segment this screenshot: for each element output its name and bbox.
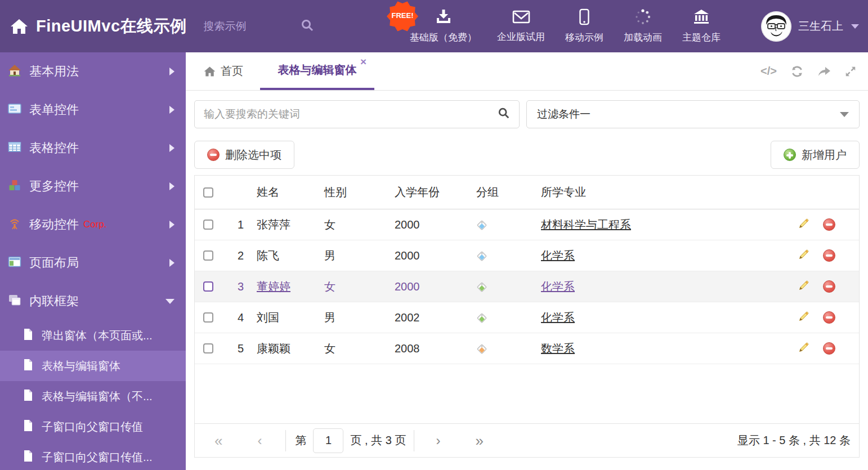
major-link[interactable]: 材料科学与工程系 bbox=[541, 218, 631, 231]
top-search-input[interactable] bbox=[204, 20, 294, 33]
delete-row-icon[interactable] bbox=[823, 249, 835, 262]
major-link[interactable]: 化学系 bbox=[541, 249, 575, 262]
page-number-input[interactable] bbox=[313, 428, 343, 453]
sidebar-subitem-popup-window[interactable]: 弹出窗体（本页面或... bbox=[0, 320, 186, 351]
antenna-icon bbox=[8, 217, 21, 232]
next-page-icon[interactable]: › bbox=[436, 434, 440, 447]
spinner-icon bbox=[634, 8, 651, 28]
table-row[interactable]: 5 康颖颖 女 2008 数学系 bbox=[195, 333, 859, 364]
last-page-icon[interactable]: » bbox=[475, 433, 483, 448]
source-code-icon[interactable]: </> bbox=[760, 65, 777, 78]
sidebar-item-inline-frame[interactable]: 内联框架 bbox=[0, 282, 186, 320]
delete-row-icon[interactable] bbox=[823, 311, 835, 324]
edit-pencil-icon[interactable] bbox=[798, 311, 809, 325]
filter-row: 过滤条件一 bbox=[194, 100, 860, 128]
sidebar-subitem-grid-edit-window-no[interactable]: 表格与编辑窗体（不... bbox=[0, 381, 186, 411]
chevron-down-icon bbox=[840, 112, 849, 117]
tag-icon bbox=[468, 281, 533, 292]
search-icon[interactable] bbox=[498, 107, 510, 122]
sidebar-subitem-child-to-parent-2[interactable]: 子窗口向父窗口传值... bbox=[0, 442, 186, 470]
col-name: 姓名 bbox=[248, 185, 319, 200]
grid-toolbar: 删除选中项 新增用户 bbox=[194, 141, 860, 169]
mobile-icon bbox=[579, 8, 590, 28]
delete-row-icon[interactable] bbox=[823, 342, 835, 355]
major-link[interactable]: 化学系 bbox=[541, 280, 575, 293]
nav-item-mobile-demo[interactable]: 移动示例 bbox=[562, 8, 607, 44]
row-checkbox[interactable] bbox=[203, 281, 213, 292]
edit-pencil-icon[interactable] bbox=[798, 249, 809, 263]
grid-header-row: 姓名 性别 入学年份 分组 所学专业 bbox=[195, 176, 859, 209]
chevron-right-icon bbox=[169, 259, 175, 267]
sidebar-item-basic-usage[interactable]: 基本用法 bbox=[0, 52, 186, 91]
sidebar-item-form-controls[interactable]: 表单控件 bbox=[0, 91, 186, 129]
filter-dropdown[interactable]: 过滤条件一 bbox=[526, 100, 860, 128]
page-content: 过滤条件一 删除选中项 新增用户 姓名 性别 入学年份 分组 所学专业 bbox=[186, 91, 868, 458]
chevron-down-icon bbox=[851, 24, 859, 29]
prev-page-icon[interactable]: ‹ bbox=[257, 434, 262, 447]
chevron-right-icon bbox=[169, 144, 175, 152]
sidebar-subitem-child-to-parent[interactable]: 子窗口向父窗口传值 bbox=[0, 411, 186, 442]
filter-value: 过滤条件一 bbox=[537, 107, 590, 122]
open-new-window-icon[interactable] bbox=[817, 65, 831, 78]
tab-grid-edit-window[interactable]: 表格与编辑窗体 × bbox=[260, 52, 374, 90]
col-major: 所学专业 bbox=[533, 185, 786, 200]
edit-pencil-icon[interactable] bbox=[798, 280, 809, 294]
home-icon[interactable] bbox=[10, 18, 28, 35]
username: 三生石上 bbox=[798, 19, 843, 34]
nav-item-enterprise-trial[interactable]: 企业版试用 bbox=[494, 9, 548, 43]
chevron-right-icon bbox=[169, 68, 175, 75]
edit-pencil-icon[interactable] bbox=[798, 342, 809, 356]
search-icon[interactable] bbox=[301, 19, 314, 34]
delete-row-icon[interactable] bbox=[823, 218, 835, 231]
row-checkbox[interactable] bbox=[203, 250, 213, 261]
delete-selected-button[interactable]: 删除选中项 bbox=[194, 141, 294, 169]
download-icon bbox=[435, 8, 452, 28]
first-page-icon[interactable]: « bbox=[214, 433, 222, 448]
col-group: 分组 bbox=[468, 185, 533, 200]
table-row-selected[interactable]: 3 董婷婷 女 2000 化学系 bbox=[195, 271, 859, 302]
form-icon bbox=[8, 102, 21, 118]
nav-item-theme-repository[interactable]: 主题仓库 bbox=[679, 8, 724, 44]
table-row[interactable]: 4 刘国 男 2002 化学系 bbox=[195, 302, 859, 333]
main-area: 首页 表格与编辑窗体 × </> bbox=[186, 52, 868, 470]
tab-home[interactable]: 首页 bbox=[204, 64, 243, 79]
add-user-button[interactable]: 新增用户 bbox=[771, 141, 860, 169]
table-icon bbox=[8, 140, 21, 156]
sidebar-subitem-grid-edit-window[interactable]: 表格与编辑窗体 bbox=[0, 351, 186, 381]
grid-empty-space bbox=[195, 364, 859, 423]
nav-item-loading-animation[interactable]: 加载动画 bbox=[620, 8, 665, 44]
tab-toolbar: </> bbox=[760, 65, 857, 78]
corp-badge: Corp. bbox=[83, 219, 107, 230]
divider bbox=[414, 430, 414, 451]
select-all-checkbox[interactable] bbox=[203, 187, 213, 198]
tab-bar: 首页 表格与编辑窗体 × </> bbox=[186, 52, 868, 91]
refresh-icon[interactable] bbox=[790, 65, 804, 78]
sidebar-item-more-controls[interactable]: 更多控件 bbox=[0, 167, 186, 205]
table-row[interactable]: 2 陈飞 男 2000 化学系 bbox=[195, 240, 859, 271]
table-row[interactable]: 1 张萍萍 女 2000 材料科学与工程系 bbox=[195, 209, 859, 240]
delete-row-icon[interactable] bbox=[823, 280, 835, 293]
top-header: FineUIMvc在线示例 FREE! 基础版（免费） 企业版试用 bbox=[0, 0, 868, 52]
file-icon bbox=[23, 419, 34, 434]
file-icon bbox=[23, 328, 34, 343]
avatar bbox=[761, 11, 791, 42]
major-link[interactable]: 数学系 bbox=[541, 342, 575, 355]
top-nav: 基础版（免费） 企业版试用 移动示例 加载动画 bbox=[406, 0, 724, 52]
major-link[interactable]: 化学系 bbox=[541, 311, 575, 324]
chevron-right-icon bbox=[169, 106, 175, 114]
keyword-search-input[interactable] bbox=[204, 108, 498, 120]
close-icon[interactable]: × bbox=[360, 56, 366, 68]
chevron-right-icon bbox=[169, 221, 175, 229]
nav-item-basic-edition[interactable]: 基础版（免费） bbox=[406, 8, 480, 44]
sidebar-item-mobile-controls[interactable]: 移动控件 Corp. bbox=[0, 205, 186, 244]
layout-icon bbox=[8, 255, 21, 271]
row-checkbox[interactable] bbox=[203, 312, 213, 323]
tab-active-label: 表格与编辑窗体 bbox=[278, 62, 357, 78]
row-checkbox[interactable] bbox=[203, 220, 213, 230]
sidebar-item-grid-controls[interactable]: 表格控件 bbox=[0, 129, 186, 167]
user-menu[interactable]: 三生石上 bbox=[761, 0, 859, 52]
sidebar-item-page-layout[interactable]: 页面布局 bbox=[0, 244, 186, 282]
edit-pencil-icon[interactable] bbox=[798, 218, 809, 232]
fullscreen-icon[interactable] bbox=[844, 65, 857, 78]
row-checkbox[interactable] bbox=[203, 343, 213, 353]
